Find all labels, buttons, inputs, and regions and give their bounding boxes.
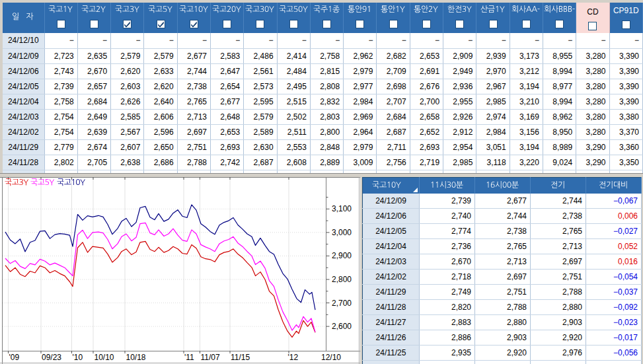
svg-text:10/18: 10/18 [126, 353, 146, 362]
svg-text:'12: '12 [288, 353, 299, 362]
svg-text:'09: '09 [9, 353, 20, 362]
svg-text:2,900: 2,900 [332, 251, 352, 260]
svg-text:12/10: 12/10 [321, 353, 341, 362]
svg-text:11/15: 11/15 [231, 353, 250, 362]
svg-text:09/23: 09/23 [42, 353, 61, 362]
svg-text:2,600: 2,600 [332, 322, 352, 331]
svg-text:11/07: 11/07 [201, 353, 220, 362]
svg-text:'11: '11 [184, 353, 194, 362]
svg-text:10/10: 10/10 [95, 353, 114, 362]
svg-text:2,800: 2,800 [332, 275, 352, 284]
svg-text:2,700: 2,700 [332, 299, 352, 308]
svg-text:3,000: 3,000 [332, 228, 352, 237]
svg-text:3,100: 3,100 [332, 204, 352, 213]
svg-text:'10: '10 [73, 353, 83, 362]
